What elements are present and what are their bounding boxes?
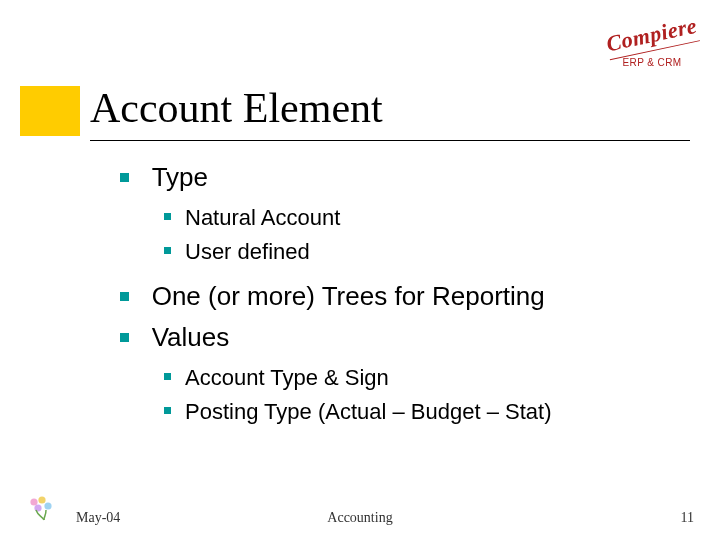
brand-logo: Compiere ERP & CRM	[606, 22, 698, 68]
slide-footer: May-04 Accounting 11	[0, 504, 720, 526]
bullet-text: Account Type & Sign	[185, 365, 389, 390]
title-underline	[90, 140, 690, 141]
footer-center-text: Accounting	[327, 510, 392, 526]
slide: Compiere ERP & CRM Account Element Type …	[0, 0, 720, 540]
slide-title: Account Element	[90, 86, 690, 130]
footer-date: May-04	[76, 510, 120, 526]
bullet-text: One (or more) Trees for Reporting	[152, 281, 545, 311]
bullet-l2: Posting Type (Actual – Budget – Stat)	[164, 397, 680, 425]
svg-point-2	[44, 502, 51, 509]
footer-page-number: 11	[681, 510, 694, 526]
bullet-text: Natural Account	[185, 205, 340, 230]
brand-subtitle: ERP & CRM	[606, 57, 698, 68]
bullet-l1: Type Natural Account User defined	[120, 162, 680, 265]
bullet-text: User defined	[185, 239, 310, 264]
title-accent	[20, 86, 80, 136]
bullet-l2: User defined	[164, 237, 680, 265]
bullet-text: Posting Type (Actual – Budget – Stat)	[185, 399, 551, 424]
bullet-l2: Natural Account	[164, 203, 680, 231]
title-wrap: Account Element	[90, 86, 690, 141]
bullet-l2: Account Type & Sign	[164, 363, 680, 391]
footer-flower-icon	[24, 492, 58, 526]
svg-point-1	[38, 496, 45, 503]
svg-point-0	[30, 498, 37, 505]
bullet-text: Type	[152, 162, 208, 192]
bullet-l1: One (or more) Trees for Reporting	[120, 281, 680, 312]
brand-name: Compiere	[604, 13, 700, 60]
bullet-l1: Values Account Type & Sign Posting Type …	[120, 322, 680, 425]
slide-content: Type Natural Account User defined One (o…	[120, 162, 680, 441]
bullet-text: Values	[152, 322, 230, 352]
